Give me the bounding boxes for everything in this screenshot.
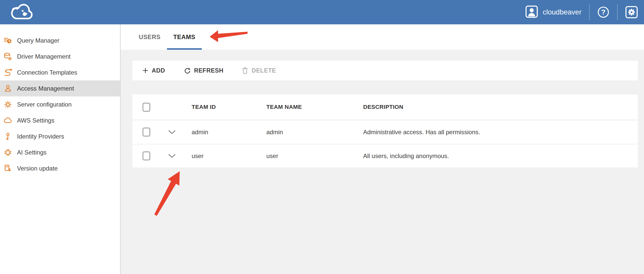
admin-sidebar: Query Manager Driver Management Connecti… — [0, 24, 121, 274]
sidebar-item-driver-management[interactable]: Driver Management — [0, 48, 120, 64]
connection-templates-icon — [4, 68, 12, 77]
tab-users[interactable]: USERS — [132, 24, 167, 50]
trash-icon — [242, 67, 248, 74]
sidebar-item-identity-providers[interactable]: Identity Providers — [0, 128, 120, 144]
cell-description: All users, including anonymous. — [363, 152, 638, 160]
query-manager-icon — [4, 36, 12, 45]
delete-button-label: DELETE — [252, 67, 276, 74]
tab-teams[interactable]: TEAMS — [167, 24, 202, 50]
table-row-admin: admin admin Administrative access. Has a… — [132, 120, 638, 144]
version-update-icon — [4, 164, 12, 173]
chevron-down-icon[interactable] — [168, 154, 176, 158]
table-header-row: TEAM ID TEAM NAME DESCRIPTION — [132, 94, 638, 120]
sidebar-item-query-manager[interactable]: Query Manager — [0, 32, 120, 48]
cell-team-id: user — [192, 152, 266, 160]
teams-table: TEAM ID TEAM NAME DESCRIPTION admin admi… — [132, 94, 638, 167]
refresh-button-label: REFRESH — [194, 67, 223, 74]
topbar-actions: cloudbeaver ? — [525, 0, 638, 24]
cell-description: Administrative access. Has all permissio… — [363, 129, 638, 136]
username: cloudbeaver — [543, 8, 581, 16]
sidebar-item-label: Access Management — [17, 85, 74, 92]
server-configuration-icon — [4, 100, 12, 109]
plus-icon — [142, 67, 148, 74]
delete-button[interactable]: DELETE — [242, 67, 276, 74]
sidebar-item-ai-settings[interactable]: AI Settings — [0, 144, 120, 160]
user-menu[interactable]: cloudbeaver — [525, 5, 581, 19]
access-management-icon — [4, 84, 12, 93]
refresh-button[interactable]: REFRESH — [184, 67, 223, 74]
select-all-checkbox[interactable] — [143, 103, 150, 112]
header-description: DESCRIPTION — [363, 104, 638, 110]
driver-management-icon — [4, 52, 12, 61]
sidebar-item-label: Connection Templates — [17, 69, 77, 76]
sidebar-item-label: Driver Management — [17, 53, 71, 60]
aws-cloud-icon — [4, 116, 12, 125]
sidebar-item-label: AI Settings — [17, 149, 47, 156]
add-button[interactable]: ADD — [142, 67, 165, 74]
sidebar-item-label: Query Manager — [17, 37, 59, 44]
key-icon — [4, 132, 12, 141]
header-team-name: TEAM NAME — [266, 104, 363, 110]
header-team-id: TEAM ID — [192, 104, 266, 110]
tabbar: USERS TEAMS — [121, 24, 644, 50]
tab-users-label: USERS — [139, 33, 161, 41]
table-row-user: user user All users, including anonymous… — [132, 144, 638, 167]
sidebar-item-label: Identity Providers — [17, 133, 64, 140]
sidebar-item-label: AWS Settings — [17, 117, 54, 124]
topbar-divider — [617, 4, 618, 20]
cell-team-name: user — [266, 152, 363, 160]
teams-content: ADD REFRESH DELETE — [121, 61, 644, 167]
settings-button[interactable] — [625, 6, 638, 19]
sidebar-item-server-configuration[interactable]: Server configuration — [0, 96, 120, 112]
sidebar-item-access-management[interactable]: Access Management — [0, 80, 120, 96]
sidebar-item-connection-templates[interactable]: Connection Templates — [0, 64, 120, 80]
teams-toolbar: ADD REFRESH DELETE — [132, 61, 638, 80]
refresh-icon — [184, 67, 191, 74]
topbar: cloudbeaver ? — [0, 0, 644, 24]
cell-team-name: admin — [266, 129, 363, 136]
cloudbeaver-logo[interactable] — [9, 1, 36, 23]
help-button[interactable]: ? — [597, 6, 609, 18]
user-avatar-icon — [525, 5, 538, 19]
row-checkbox[interactable] — [143, 128, 150, 136]
tab-teams-label: TEAMS — [173, 33, 195, 41]
cell-team-id: admin — [192, 129, 266, 136]
help-icon: ? — [601, 8, 605, 16]
settings-gear-icon — [625, 6, 638, 19]
sidebar-item-aws-settings[interactable]: AWS Settings — [0, 112, 120, 128]
ai-chip-icon — [4, 148, 12, 157]
sidebar-item-label: Server configuration — [17, 101, 72, 108]
sidebar-item-label: Version update — [17, 165, 58, 172]
chevron-down-icon[interactable] — [168, 130, 176, 134]
topbar-divider — [589, 4, 590, 20]
access-management-panel: USERS TEAMS ADD REFRESH — [121, 24, 644, 274]
sidebar-item-version-update[interactable]: Version update — [0, 160, 120, 176]
add-button-label: ADD — [152, 67, 165, 74]
row-checkbox[interactable] — [143, 151, 150, 160]
